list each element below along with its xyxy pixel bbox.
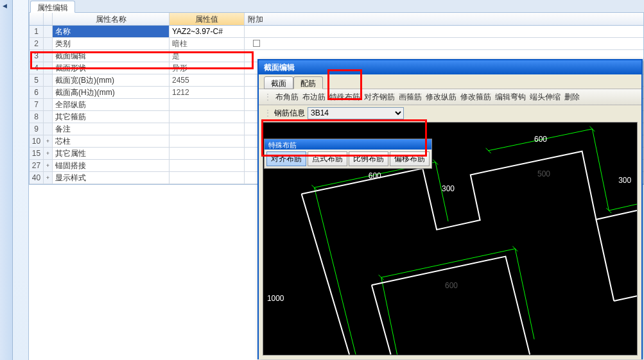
prop-name: 截面高(H边)(mm): [53, 87, 170, 98]
prop-extra: [245, 26, 266, 37]
checkbox-icon[interactable]: [253, 40, 260, 47]
expand-toggle[interactable]: +: [44, 135, 53, 147]
special-rebar-popup[interactable]: 特殊布筋 对齐布筋 点式布筋 比例布筋 偏移布筋: [264, 139, 432, 169]
prop-value[interactable]: YAZ2~3.97-C#: [170, 26, 245, 37]
row-number: 9: [30, 123, 44, 135]
tb-align[interactable]: 对齐钢筋: [364, 92, 395, 103]
prop-value[interactable]: 异形: [170, 62, 245, 74]
table-row[interactable]: 2类别暗柱: [30, 38, 643, 50]
expand-toggle: [44, 111, 53, 123]
tb-corner[interactable]: 布角筋: [275, 92, 299, 103]
prop-name: 显示样式: [53, 172, 170, 184]
prop-value[interactable]: 2455: [170, 74, 245, 86]
svg-line-11: [486, 148, 491, 153]
svg-line-10: [614, 296, 637, 301]
prop-value[interactable]: [170, 148, 245, 159]
prop-name: 截面编辑: [53, 50, 170, 62]
tab-strip: 属性编辑: [29, 0, 644, 13]
expand-toggle: [44, 87, 53, 98]
row-number: 3: [30, 50, 44, 62]
col-value-header: 属性值: [170, 13, 245, 25]
tb-end-ext[interactable]: 端头伸缩: [530, 92, 561, 103]
prop-name: 截面宽(B边)(mm): [53, 74, 170, 86]
dialog-tabs: 截面 配筋: [259, 74, 641, 89]
svg-line-15: [433, 160, 438, 165]
expand-toggle: [44, 99, 53, 110]
col-expand: [44, 13, 53, 25]
prop-name: 备注: [53, 123, 170, 135]
left-dock-strip[interactable]: ◀: [0, 0, 13, 360]
svg-line-2: [609, 204, 637, 210]
svg-line-16: [379, 275, 384, 280]
prop-name: 截面形状: [53, 62, 170, 74]
prop-value[interactable]: 是: [170, 50, 245, 62]
expand-toggle[interactable]: +: [44, 148, 53, 159]
svg-line-5: [314, 187, 356, 354]
svg-text:600: 600: [534, 135, 547, 144]
prop-value[interactable]: [170, 135, 245, 147]
row-number: 15: [30, 148, 44, 159]
svg-line-14: [311, 185, 317, 190]
prop-name: 锚固搭接: [53, 160, 170, 171]
tb-mod-stirrup[interactable]: 修改箍筋: [460, 92, 491, 103]
svg-line-9: [596, 219, 614, 301]
btn-offset-rebar[interactable]: 偏移布筋: [390, 151, 430, 166]
tb-draw-stirrup[interactable]: 画箍筋: [399, 92, 422, 103]
prop-value[interactable]: 1212: [170, 87, 245, 98]
expand-toggle: [44, 62, 53, 74]
svg-line-6: [381, 249, 516, 278]
rebar-info-select[interactable]: 3B14: [308, 107, 404, 119]
prop-extra: [245, 38, 266, 49]
row-number: 5: [30, 74, 44, 86]
tb-edge[interactable]: 布边筋: [302, 92, 326, 103]
svg-line-13: [606, 208, 611, 213]
col-number: [30, 13, 44, 25]
prop-value[interactable]: [170, 99, 245, 110]
popup-title: 特殊布筋: [265, 139, 431, 150]
prop-name: 其它箍筋: [53, 111, 170, 123]
expand-toggle[interactable]: +: [44, 160, 53, 171]
tb-edit-hook[interactable]: 编辑弯钩: [495, 92, 526, 103]
row-number: 8: [30, 111, 44, 123]
prop-value[interactable]: [170, 123, 245, 135]
tb-special[interactable]: 特殊布筋: [329, 92, 360, 103]
btn-point-rebar[interactable]: 点式布筋: [308, 151, 347, 166]
prop-value[interactable]: [170, 160, 245, 171]
prop-name: 芯柱: [53, 135, 170, 147]
svg-line-1: [592, 129, 609, 210]
row-number: 1: [30, 26, 44, 37]
col-extra-header: 附加: [245, 13, 266, 25]
tab-property-edit[interactable]: 属性编辑: [30, 1, 75, 13]
prop-value[interactable]: [170, 172, 245, 184]
prop-value[interactable]: 暗柱: [170, 38, 245, 49]
row-number: 2: [30, 38, 44, 49]
tab-section[interactable]: 截面: [264, 76, 293, 89]
tb-mod-long[interactable]: 修改纵筋: [426, 92, 457, 103]
prop-name: 其它属性: [53, 148, 170, 159]
btn-align-rebar[interactable]: 对齐布筋: [266, 151, 306, 166]
prop-value[interactable]: [170, 111, 245, 123]
col-name-header: 属性名称: [53, 13, 170, 25]
svg-text:600: 600: [445, 281, 458, 290]
svg-text:600: 600: [369, 171, 381, 180]
dialog-toolbar: ⋮ 布角筋 布边筋 特殊布筋 对齐钢筋 画箍筋 修改纵筋 修改箍筋 编辑弯钩 端…: [259, 89, 641, 105]
table-row[interactable]: 1名称YAZ2~3.97-C#: [30, 26, 643, 38]
row-number: 27: [30, 160, 44, 171]
dialog-title: 截面编辑: [259, 60, 641, 74]
svg-text:300: 300: [618, 176, 631, 185]
svg-text:300: 300: [442, 184, 455, 193]
chevron-left-icon: ◀: [3, 3, 7, 9]
prop-name: 全部纵筋: [53, 99, 170, 110]
tb-delete[interactable]: 删除: [564, 92, 580, 103]
svg-text:1000: 1000: [267, 294, 284, 303]
row-number: 40: [30, 172, 44, 184]
left-gutter: [13, 0, 29, 360]
svg-line-17: [512, 246, 518, 252]
tab-rebar[interactable]: 配筋: [293, 76, 323, 89]
expand-toggle[interactable]: +: [44, 172, 53, 184]
svg-line-8: [515, 249, 534, 339]
btn-ratio-rebar[interactable]: 比例布筋: [349, 151, 388, 166]
section-edit-dialog: 截面编辑 截面 配筋 ⋮ 布角筋 布边筋 特殊布筋 对齐钢筋 画箍筋 修改纵筋 …: [257, 59, 643, 359]
expand-toggle: [44, 123, 53, 135]
prop-name: 类别: [53, 38, 170, 49]
